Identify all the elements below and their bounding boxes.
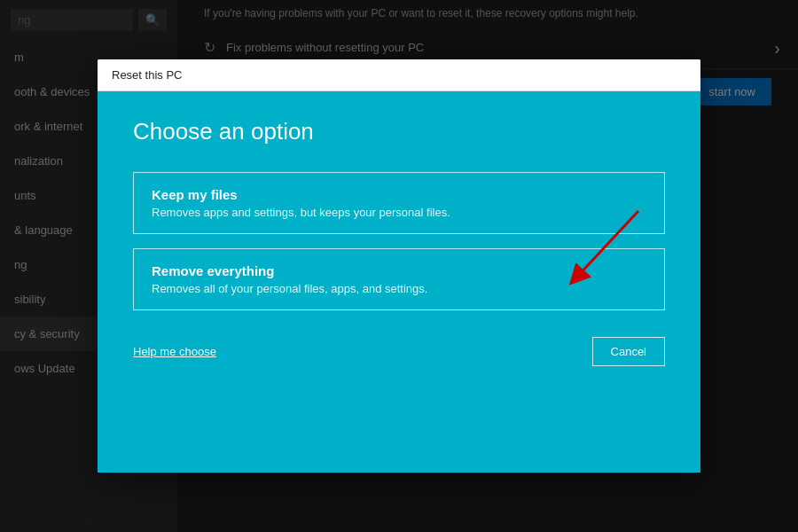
modal-title: Reset this PC xyxy=(112,68,182,82)
remove-everything-title: Remove everything xyxy=(152,263,646,278)
reset-pc-modal: Reset this PC Choose an option Keep my f… xyxy=(98,59,700,473)
remove-everything-option[interactable]: Remove everything Removes all of your pe… xyxy=(133,248,665,310)
help-me-choose-link[interactable]: Help me choose xyxy=(133,345,216,358)
modal-overlay: Reset this PC Choose an option Keep my f… xyxy=(0,0,798,532)
modal-body: Choose an option Keep my files Removes a… xyxy=(98,91,700,473)
keep-files-desc: Removes apps and settings, but keeps you… xyxy=(152,206,646,219)
modal-footer: Help me choose Cancel xyxy=(133,337,665,366)
cancel-button[interactable]: Cancel xyxy=(592,337,665,366)
modal-titlebar: Reset this PC xyxy=(98,59,700,91)
modal-heading: Choose an option xyxy=(133,118,665,145)
keep-my-files-option[interactable]: Keep my files Removes apps and settings,… xyxy=(133,172,665,234)
remove-everything-desc: Removes all of your personal files, apps… xyxy=(152,282,646,295)
keep-files-title: Keep my files xyxy=(152,187,646,202)
